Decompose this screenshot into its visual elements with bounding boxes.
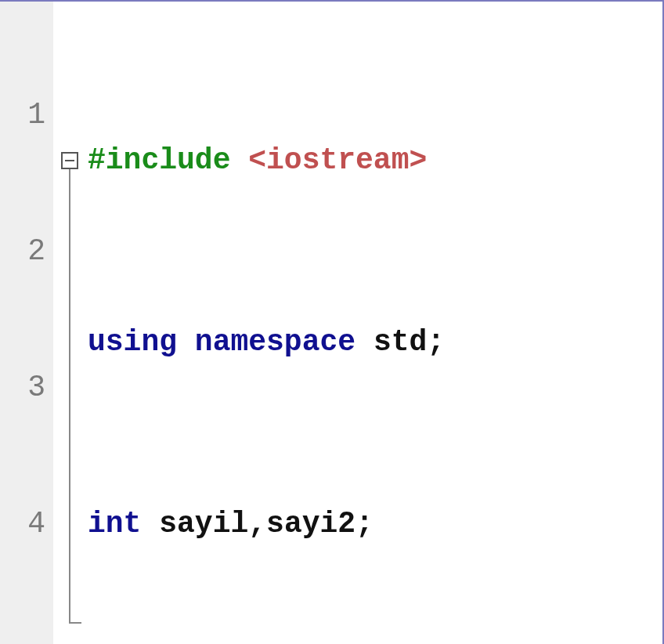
code-editor: 1 2 3 4 5 6 7 8 9 10 11 12 13 14 #includ… bbox=[0, 0, 664, 644]
preprocessor-token: #include bbox=[88, 143, 248, 177]
fold-end bbox=[69, 622, 81, 624]
identifier: sayil bbox=[159, 507, 248, 541]
identifier: sayi2 bbox=[266, 507, 355, 541]
line-number: 4 bbox=[0, 501, 45, 547]
fold-line bbox=[69, 169, 70, 624]
line-number-gutter: 1 2 3 4 5 6 7 8 9 10 11 12 13 14 bbox=[0, 2, 53, 644]
line-number: 3 bbox=[0, 365, 45, 411]
keyword: using bbox=[88, 325, 177, 359]
line-number: 2 bbox=[0, 229, 45, 274]
identifier: std bbox=[374, 325, 427, 359]
code-line: using namespace std; bbox=[88, 320, 662, 365]
code-line: int sayil,sayi2; bbox=[88, 501, 662, 547]
keyword: int bbox=[88, 507, 141, 541]
fold-toggle-icon[interactable] bbox=[61, 152, 78, 169]
line-number: 1 bbox=[0, 92, 45, 138]
code-area: #include <iostream> using namespace std;… bbox=[88, 2, 662, 644]
code-line: #include <iostream> bbox=[88, 138, 662, 183]
semicolon: ; bbox=[427, 325, 445, 359]
fold-margin bbox=[56, 2, 83, 644]
line-number: 5 bbox=[0, 638, 45, 644]
keyword: namespace bbox=[195, 325, 355, 359]
include-target: <iostream> bbox=[248, 143, 427, 177]
